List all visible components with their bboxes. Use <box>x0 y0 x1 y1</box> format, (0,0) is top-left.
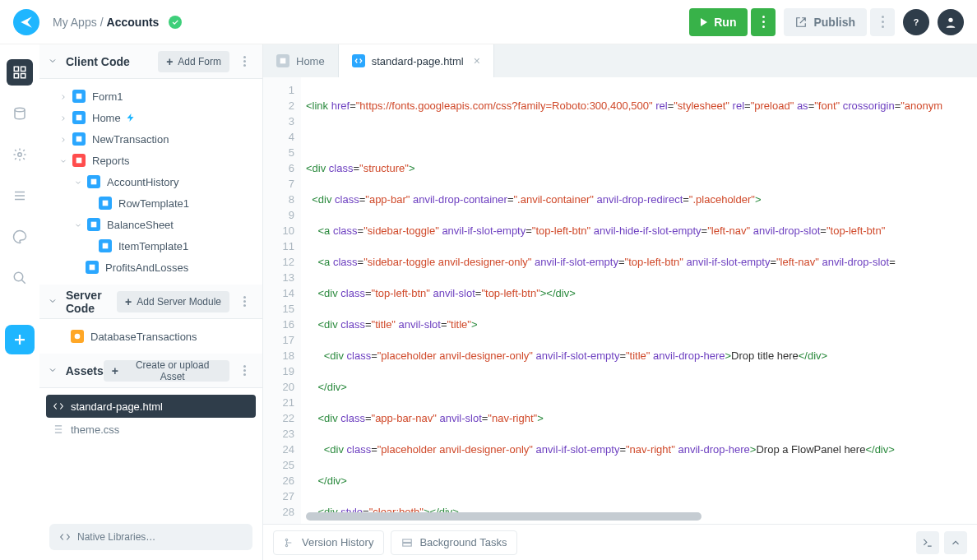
form-icon <box>99 239 112 252</box>
server-code-more[interactable] <box>234 291 254 312</box>
form-icon <box>72 111 86 124</box>
tab-standard-page[interactable]: standard-page.html× <box>339 44 494 77</box>
breadcrumb: My Apps / Accounts <box>53 16 182 29</box>
svg-rect-16 <box>103 243 109 249</box>
svg-rect-22 <box>403 539 412 542</box>
asset-theme-css[interactable]: theme.css <box>46 418 256 441</box>
rail-settings[interactable] <box>7 141 33 168</box>
form-icon <box>86 261 99 274</box>
svg-rect-17 <box>90 265 95 271</box>
background-tasks-button[interactable]: Background Tasks <box>391 530 517 555</box>
tree-itemtemplate1[interactable]: ItemTemplate1 <box>39 235 262 257</box>
svg-point-20 <box>285 539 287 540</box>
form-icon <box>87 218 100 231</box>
svg-rect-14 <box>103 201 109 206</box>
code-editor[interactable]: 1234567891011121314151617181920212223242… <box>263 77 977 524</box>
rail-app-browser[interactable] <box>7 59 33 86</box>
breadcrumb-parent[interactable]: My Apps <box>53 16 97 29</box>
package-icon <box>72 154 86 167</box>
assets-header: Assets <box>66 364 104 377</box>
play-icon <box>701 18 707 26</box>
svg-rect-5 <box>21 74 25 78</box>
svg-rect-13 <box>91 179 97 185</box>
tab-close-icon[interactable]: × <box>474 54 480 67</box>
svg-rect-19 <box>280 58 286 64</box>
tree-profitsandlosses[interactable]: ProfitsAndLosses <box>39 257 262 278</box>
account-button[interactable] <box>938 9 964 35</box>
add-server-module-button[interactable]: +Add Server Module <box>117 291 229 312</box>
svg-rect-15 <box>91 222 97 228</box>
create-asset-button[interactable]: +Create or upload Asset <box>104 360 230 382</box>
asset-standard-page[interactable]: standard-page.html <box>46 395 256 418</box>
version-history-button[interactable]: Version History <box>273 530 384 555</box>
svg-rect-9 <box>76 94 82 100</box>
rail-theme[interactable] <box>7 224 33 250</box>
rail-data[interactable] <box>7 100 33 127</box>
assets-toggle[interactable] <box>48 365 59 377</box>
native-libraries-button[interactable]: Native Libraries… <box>49 524 252 550</box>
code-icon <box>59 531 71 543</box>
html-icon <box>53 400 64 412</box>
form-icon <box>99 197 112 210</box>
publish-button[interactable]: Publish <box>784 8 867 36</box>
svg-point-21 <box>285 544 287 546</box>
run-button[interactable]: Run <box>689 8 748 36</box>
line-gutter: 1234567891011121314151617181920212223242… <box>263 77 301 524</box>
svg-point-1 <box>948 17 952 21</box>
add-form-button[interactable]: +Add Form <box>158 51 229 72</box>
console-button[interactable] <box>916 531 939 554</box>
tree-reports[interactable]: Reports <box>39 150 262 171</box>
form-icon <box>276 54 289 67</box>
assets-more[interactable] <box>234 360 254 382</box>
svg-rect-12 <box>76 158 82 164</box>
svg-rect-23 <box>403 543 412 546</box>
client-code-more[interactable] <box>234 51 254 72</box>
sync-ok-icon <box>169 16 182 29</box>
svg-text:?: ? <box>914 17 919 27</box>
html-icon <box>352 54 365 67</box>
svg-point-6 <box>15 108 25 112</box>
svg-rect-4 <box>14 74 18 78</box>
tab-home[interactable]: Home <box>263 44 339 77</box>
server-code-header: Server Code <box>66 289 117 315</box>
tree-newtransaction[interactable]: NewTransaction <box>39 128 262 150</box>
app-logo[interactable] <box>13 9 39 35</box>
startup-icon <box>126 113 136 123</box>
tree-accounthistory[interactable]: AccountHistory <box>39 171 262 192</box>
code-lines[interactable]: <link href="https://fonts.googleapis.com… <box>301 77 977 524</box>
tree-home[interactable]: Home <box>39 107 262 128</box>
svg-point-7 <box>18 153 22 157</box>
form-icon <box>72 132 86 146</box>
css-icon <box>53 423 64 435</box>
form-icon <box>87 175 100 188</box>
form-icon <box>72 90 86 103</box>
rail-search[interactable] <box>7 265 33 291</box>
collapse-panel-button[interactable] <box>944 531 967 554</box>
svg-rect-3 <box>21 67 25 71</box>
server-code-toggle[interactable] <box>48 296 59 308</box>
svg-point-18 <box>75 334 81 340</box>
svg-rect-10 <box>76 115 82 121</box>
help-button[interactable]: ? <box>903 9 929 35</box>
svg-point-8 <box>14 272 23 281</box>
module-icon <box>71 330 84 343</box>
rail-add-button[interactable] <box>5 325 35 354</box>
tree-form1[interactable]: Form1 <box>39 86 262 107</box>
tree-balancesheet[interactable]: BalanceSheet <box>39 214 262 235</box>
svg-rect-11 <box>76 137 82 142</box>
horizontal-scrollbar[interactable] <box>306 512 965 521</box>
rail-outline[interactable] <box>7 183 33 209</box>
publish-options-button[interactable] <box>870 8 895 36</box>
client-code-header: Client Code <box>66 55 158 68</box>
run-options-button[interactable] <box>751 8 776 36</box>
tree-rowtemplate1[interactable]: RowTemplate1 <box>39 192 262 214</box>
tree-dbtransactions[interactable]: DatabaseTransactions <box>39 326 262 347</box>
client-code-toggle[interactable] <box>48 56 59 67</box>
breadcrumb-current: Accounts <box>107 16 160 29</box>
svg-rect-2 <box>14 67 18 71</box>
